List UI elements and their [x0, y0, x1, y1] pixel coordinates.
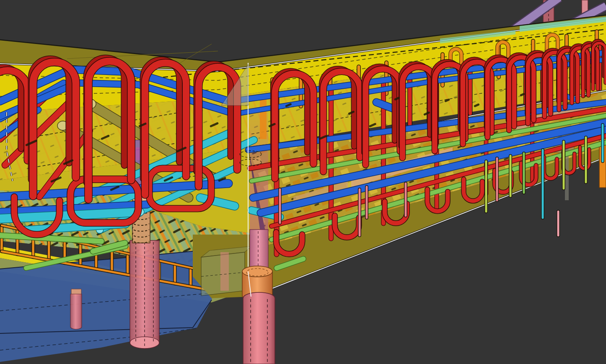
ghost-pile-in-box — [220, 252, 229, 291]
corner-orange-bar[interactable] — [260, 97, 267, 139]
small-pile[interactable] — [70, 289, 82, 329]
model-canvas[interactable] — [0, 0, 606, 364]
3d-viewport[interactable] — [0, 0, 606, 364]
pile-shaft[interactable] — [243, 292, 275, 364]
